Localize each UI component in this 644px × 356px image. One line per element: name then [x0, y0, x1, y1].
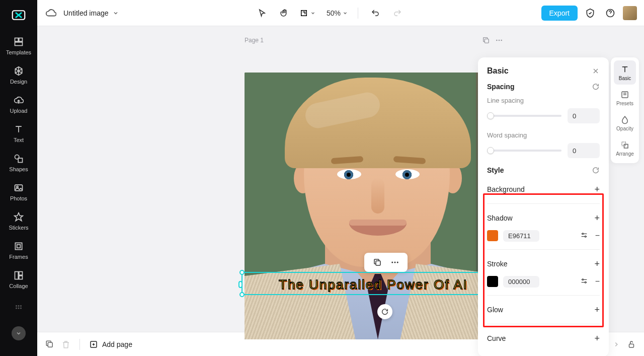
- sidebar-item-text[interactable]: Text: [2, 120, 35, 147]
- copy-selection-icon[interactable]: [373, 258, 382, 267]
- sidebar-item-design[interactable]: Design: [2, 61, 35, 89]
- reset-spacing-button[interactable]: [592, 83, 600, 91]
- cursor-tool[interactable]: [255, 6, 269, 20]
- sidebar-item-templates[interactable]: Templates: [2, 32, 35, 59]
- slider-thumb[interactable]: [487, 112, 494, 119]
- zoom-value: 50%: [327, 9, 341, 17]
- svg-point-17: [18, 308, 20, 309]
- layers-icon[interactable]: [45, 340, 54, 349]
- rightbar-item-basic[interactable]: Basic: [614, 60, 636, 85]
- chevron-down-icon: [343, 11, 348, 16]
- spacing-section: Spacing Line spacing 0 Word spacing 0: [487, 83, 600, 158]
- divider: [79, 339, 80, 350]
- shield-icon[interactable]: [583, 6, 598, 21]
- svg-point-24: [501, 40, 502, 41]
- stroke-settings-icon[interactable]: [580, 277, 588, 286]
- rightbar-item-arrange[interactable]: Arrange: [614, 136, 636, 160]
- delete-page-icon: [61, 340, 70, 349]
- remove-shadow-button[interactable]: −: [595, 231, 600, 240]
- svg-rect-19: [301, 10, 307, 16]
- word-spacing-label: Word spacing: [487, 131, 600, 139]
- help-icon[interactable]: [603, 6, 618, 21]
- add-glow-button[interactable]: +: [594, 305, 600, 315]
- canvas-text-element[interactable]: The Unparalled Power Of AI: [279, 277, 468, 293]
- panel-title: Basic: [487, 66, 509, 76]
- cloud-sync-icon[interactable]: [44, 7, 57, 20]
- lock-icon[interactable]: [627, 340, 636, 349]
- undo-button[interactable]: [368, 6, 382, 20]
- sidebar-label: Photos: [10, 195, 27, 201]
- sidebar-expand-button[interactable]: [12, 326, 26, 340]
- opacity-icon: [620, 115, 630, 125]
- text-icon: [620, 64, 630, 75]
- svg-rect-21: [485, 39, 489, 43]
- sidebar-item-upload[interactable]: Upload: [2, 91, 35, 118]
- resize-handle[interactable]: [238, 281, 243, 288]
- user-avatar[interactable]: [623, 6, 637, 20]
- shadow-color-row: E96711 −: [487, 227, 600, 244]
- stroke-hex-value[interactable]: 000000: [503, 276, 539, 288]
- shadow-color-swatch[interactable]: [487, 230, 498, 241]
- center-tools: 50%: [255, 6, 405, 20]
- crop-tool[interactable]: [299, 9, 315, 18]
- svg-rect-25: [376, 261, 380, 265]
- page-more-icon[interactable]: [495, 36, 503, 44]
- export-button[interactable]: Export: [541, 6, 578, 21]
- selection-more-icon[interactable]: [390, 258, 399, 267]
- close-panel-button[interactable]: [592, 67, 600, 75]
- svg-point-14: [18, 305, 20, 307]
- photos-icon: [13, 182, 24, 193]
- slider-thumb[interactable]: [487, 147, 494, 154]
- style-header: Style: [487, 166, 504, 174]
- zoom-dropdown[interactable]: 50%: [327, 9, 348, 17]
- sidebar-item-collage[interactable]: Collage: [2, 266, 35, 293]
- chevron-down-icon: [310, 11, 315, 16]
- sidebar-item-photos[interactable]: Photos: [2, 178, 35, 205]
- add-shadow-button[interactable]: +: [594, 213, 600, 224]
- duplicate-page-icon[interactable]: [482, 36, 490, 44]
- sidebar-item-more[interactable]: [2, 295, 35, 322]
- redo-button[interactable]: [390, 6, 405, 20]
- stroke-color-swatch[interactable]: [487, 276, 498, 287]
- document-title[interactable]: Untitled image: [63, 9, 119, 17]
- svg-point-23: [499, 40, 500, 41]
- svg-rect-11: [19, 272, 23, 275]
- rightbar-item-presets[interactable]: Presets: [614, 86, 636, 110]
- more-grid-icon: [13, 303, 24, 314]
- add-stroke-button[interactable]: +: [594, 259, 600, 269]
- background-label: Background: [487, 185, 525, 193]
- sidebar-label: Templates: [6, 49, 31, 55]
- sidebar-item-stickers[interactable]: Stickers: [2, 207, 35, 235]
- reset-style-button[interactable]: [592, 166, 600, 174]
- line-spacing-value[interactable]: 0: [568, 108, 600, 123]
- sidebar-item-shapes[interactable]: Shapes: [2, 149, 35, 176]
- svg-rect-1: [15, 38, 19, 42]
- shadow-hex-value[interactable]: E96711: [503, 230, 539, 242]
- add-page-button[interactable]: Add page: [89, 340, 132, 349]
- rightbar-label: Presets: [616, 101, 633, 106]
- page-header: Page 1: [245, 36, 503, 44]
- rightbar-item-opacity[interactable]: Opacity: [614, 111, 636, 135]
- sidebar-item-frames[interactable]: Frames: [2, 237, 35, 264]
- spacing-header: Spacing: [487, 83, 514, 91]
- svg-point-18: [20, 308, 22, 309]
- remove-stroke-button[interactable]: −: [595, 277, 600, 286]
- add-background-button[interactable]: +: [594, 184, 600, 195]
- app-logo[interactable]: [9, 6, 29, 24]
- main-area: Untitled image 50% Export: [37, 0, 644, 356]
- rotate-handle[interactable]: [377, 304, 392, 319]
- resize-handle[interactable]: [239, 292, 245, 297]
- next-page-button[interactable]: [613, 341, 620, 348]
- add-curve-button[interactable]: +: [594, 333, 600, 344]
- stickers-icon: [13, 211, 24, 223]
- resize-handle[interactable]: [239, 270, 245, 275]
- design-icon: [13, 65, 24, 77]
- curve-label: Curve: [487, 334, 506, 342]
- hand-tool[interactable]: [277, 6, 291, 20]
- word-spacing-value[interactable]: 0: [568, 143, 600, 158]
- line-spacing-slider[interactable]: [487, 115, 561, 117]
- sidebar-label: Shapes: [9, 166, 28, 172]
- word-spacing-slider[interactable]: [487, 150, 561, 152]
- shadow-settings-icon[interactable]: [580, 231, 588, 240]
- canvas[interactable]: [245, 73, 511, 339]
